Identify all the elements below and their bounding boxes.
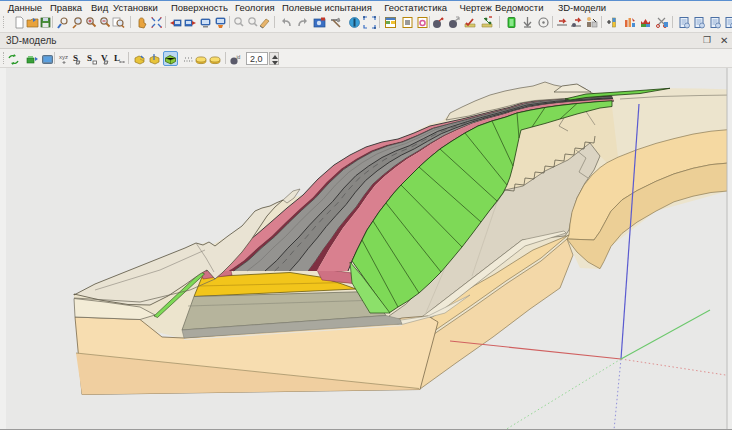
svg-text:S: S [87, 53, 92, 63]
svg-text:xyz: xyz [59, 54, 68, 60]
svg-text:L: L [114, 53, 120, 63]
svg-text:id: id [237, 54, 241, 60]
